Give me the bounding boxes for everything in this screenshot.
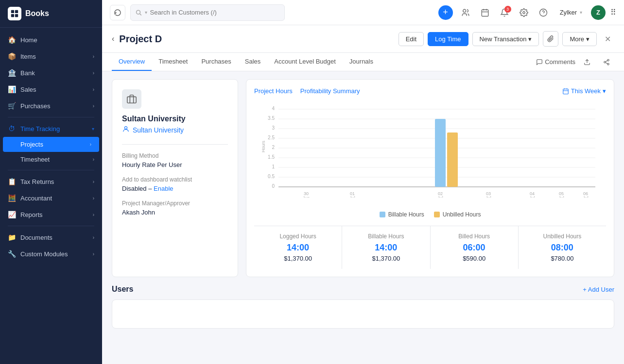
- accountant-chevron-icon: ›: [93, 196, 94, 201]
- billed-hours-amount: $590.00: [438, 255, 510, 262]
- search-icon: [136, 9, 142, 16]
- search-input[interactable]: [150, 9, 279, 16]
- help-icon-btn[interactable]: [536, 5, 551, 20]
- svg-text:4: 4: [272, 106, 275, 111]
- search-bar[interactable]: ▾: [130, 4, 285, 21]
- logo-icon: [8, 7, 21, 20]
- project-title: Project D: [119, 33, 162, 45]
- legend-unbilled: Unbilled Hours: [434, 211, 481, 218]
- divider-1: [8, 117, 94, 117]
- svg-rect-45: [435, 119, 446, 187]
- tab-timesheet[interactable]: Timesheet: [152, 53, 194, 71]
- svg-rect-22: [563, 89, 569, 94]
- users-header: Users + Add User: [112, 285, 614, 294]
- sales-chevron-icon: ›: [93, 87, 94, 92]
- tab-overview[interactable]: Overview: [112, 53, 152, 71]
- sidebar-item-items[interactable]: 📦 Items ›: [0, 48, 102, 65]
- tab-journals[interactable]: Journals: [343, 53, 380, 71]
- sidebar: Books 🏠 Home 📦 Items › 🏦 Bank › 📊: [0, 0, 102, 364]
- custom-modules-icon: 🔧: [8, 250, 16, 258]
- sidebar-item-tax-returns[interactable]: 📋 Tax Returns ›: [0, 173, 102, 190]
- dashboard-label: Add to dashboard watchlist: [122, 176, 228, 183]
- sidebar-item-documents[interactable]: 📁 Documents ›: [0, 229, 102, 246]
- tab-action-icon-2[interactable]: [599, 54, 614, 70]
- svg-text:1: 1: [272, 164, 275, 169]
- billing-method-value: Hourly Rate Per User: [122, 161, 228, 168]
- bar-chart: 4 3.5 3 2.5 2 1.5 1 0.5 0 Hours: [254, 100, 606, 198]
- attachment-button[interactable]: [543, 31, 558, 47]
- sidebar-item-purchases[interactable]: 🛒 Purchases ›: [0, 98, 102, 114]
- contacts-icon-btn[interactable]: [458, 5, 473, 20]
- sidebar-item-home[interactable]: 🏠 Home: [0, 32, 102, 48]
- notifications-icon-btn[interactable]: 3: [497, 5, 512, 20]
- time-tracking-section: ⏱ Time Tracking ▾ Projects › Timesheet ›: [0, 120, 102, 167]
- user-avatar[interactable]: Z: [591, 5, 606, 20]
- client-link[interactable]: Sultan University: [122, 125, 228, 134]
- svg-line-5: [140, 14, 141, 15]
- chart-tab-hours[interactable]: Project Hours: [254, 87, 293, 95]
- project-info-panel: Sultan University Sultan University Bill…: [112, 79, 238, 277]
- enable-link[interactable]: Enable: [154, 185, 173, 192]
- sidebar-item-timesheet[interactable]: Timesheet ›: [0, 152, 102, 167]
- refresh-button[interactable]: [110, 5, 125, 20]
- sidebar-label-custom-modules: Custom Modules: [20, 250, 68, 258]
- client-icon: [122, 89, 141, 109]
- svg-point-12: [539, 9, 547, 16]
- sidebar-label-accountant: Accountant: [20, 195, 52, 202]
- chart-tab-profitability[interactable]: Profitability Summary: [300, 87, 360, 95]
- accountant-icon: 🧮: [8, 194, 16, 202]
- tax-returns-icon: 📋: [8, 178, 16, 185]
- this-week-button[interactable]: This Week ▾: [562, 87, 606, 95]
- sidebar-item-accountant[interactable]: 🧮 Accountant ›: [0, 190, 102, 206]
- legend-billable: Billable Hours: [380, 211, 424, 218]
- svg-rect-2: [11, 14, 14, 17]
- close-button[interactable]: ✕: [601, 32, 614, 46]
- calendar-icon-btn[interactable]: [477, 5, 493, 20]
- app-logo: Books: [0, 0, 102, 28]
- svg-point-6: [463, 9, 466, 12]
- search-dropdown-arrow[interactable]: ▾: [145, 10, 147, 15]
- sidebar-item-custom-modules[interactable]: 🔧 Custom Modules ›: [0, 246, 102, 262]
- new-transaction-button[interactable]: New Transaction ▾: [472, 32, 539, 46]
- time-tracking-icon: ⏱: [8, 125, 16, 132]
- time-tracking-sub-menu: Projects › Timesheet ›: [0, 137, 102, 167]
- log-time-button[interactable]: Log Time: [428, 32, 468, 46]
- svg-rect-3: [15, 14, 18, 17]
- tab-account-level-budget[interactable]: Account Level Budget: [267, 53, 342, 71]
- unbilled-hours-time: 08:00: [526, 243, 598, 253]
- back-button[interactable]: ‹: [112, 34, 114, 43]
- info-divider: [122, 144, 228, 145]
- sidebar-label-timesheet: Timesheet: [20, 156, 50, 163]
- more-chevron-icon: ▾: [586, 35, 589, 43]
- add-button[interactable]: +: [438, 5, 453, 20]
- purchases-icon: 🛒: [8, 102, 16, 110]
- comments-label: Comments: [545, 58, 575, 66]
- settings-icon-btn[interactable]: [516, 5, 532, 20]
- sidebar-item-reports[interactable]: 📈 Reports ›: [0, 206, 102, 223]
- sidebar-item-projects[interactable]: Projects ›: [3, 137, 99, 152]
- edit-button[interactable]: Edit: [399, 32, 424, 46]
- sidebar-label-tax-returns: Tax Returns: [20, 178, 54, 185]
- comments-button[interactable]: Comments: [536, 58, 575, 66]
- sidebar-label-bank: Bank: [20, 69, 35, 77]
- sidebar-item-bank[interactable]: 🏦 Bank ›: [0, 65, 102, 81]
- purchases-chevron-icon: ›: [93, 103, 94, 109]
- billable-hours-label: Billable Hours: [350, 233, 422, 240]
- apps-grid-icon[interactable]: ⠿: [610, 8, 616, 17]
- svg-text:0.5: 0.5: [268, 174, 275, 179]
- legend-unbilled-label: Unbilled Hours: [443, 211, 481, 218]
- stat-unbilled-hours: Unbilled Hours 08:00 $780.00: [519, 226, 606, 269]
- manager-label: Project Manager/Approver: [122, 200, 228, 207]
- tab-action-icon-1[interactable]: [579, 54, 595, 70]
- svg-rect-1: [15, 10, 18, 13]
- more-button[interactable]: More ▾: [562, 32, 597, 46]
- sales-icon: 📊: [8, 85, 16, 93]
- sidebar-item-sales[interactable]: 📊 Sales ›: [0, 81, 102, 98]
- chart-legend: Billable Hours Unbilled Hours: [254, 211, 606, 218]
- sidebar-item-time-tracking[interactable]: ⏱ Time Tracking ▾: [0, 120, 102, 137]
- add-user-button[interactable]: + Add User: [583, 286, 614, 293]
- user-chip[interactable]: Zylker ▾: [556, 7, 586, 18]
- tab-sales[interactable]: Sales: [238, 53, 268, 71]
- users-table: [112, 299, 614, 329]
- tab-purchases[interactable]: Purchases: [194, 53, 238, 71]
